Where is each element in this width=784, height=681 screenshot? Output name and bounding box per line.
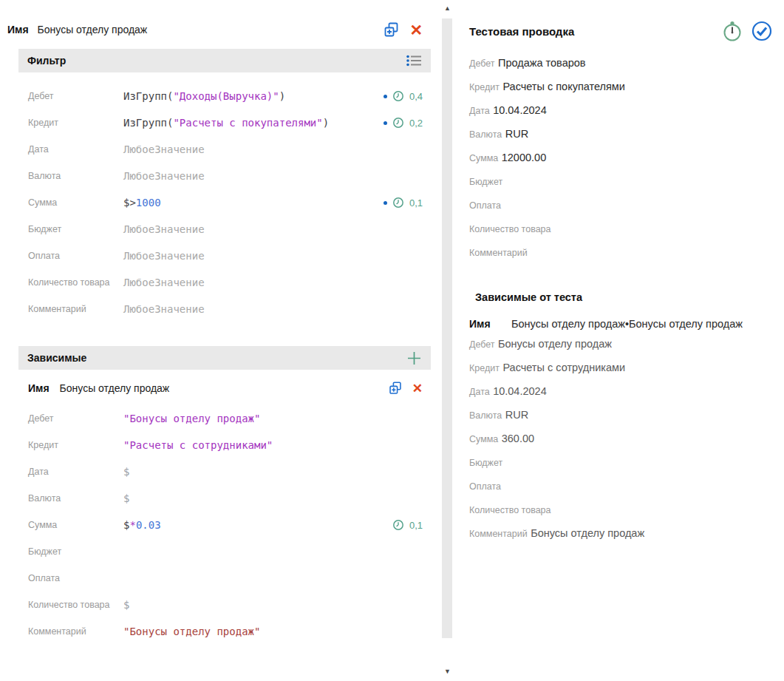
field-value[interactable]: "Бонусы отделу продаж" <box>123 413 423 424</box>
field-meta: 0,4 <box>384 90 423 102</box>
field-label: Сумма <box>469 434 498 444</box>
field-value[interactable]: ИзГрупп("Расчеты с покупателями") <box>123 117 384 129</box>
field-value: Расчеты с покупателями <box>502 81 625 92</box>
delete-x-icon[interactable]: ✕ <box>412 382 423 395</box>
field-value[interactable]: ЛюбоеЗначение <box>123 223 423 235</box>
field-value[interactable]: "Бонусы отделу продаж" <box>123 626 423 637</box>
copy-icon[interactable] <box>383 21 400 38</box>
copy-icon[interactable] <box>388 381 403 396</box>
field-row: Кредит Расчеты с покупателями <box>469 80 784 104</box>
field-value[interactable]: ИзГрупп("Доходы(Выручка)") <box>123 90 384 102</box>
field-value: 10.04.2024 <box>493 104 547 116</box>
field-value[interactable]: ЛюбоеЗначение <box>123 303 423 315</box>
field-row: Сумма 12000.00 <box>469 151 784 175</box>
field-value: Бонусы отделу продаж <box>498 338 612 350</box>
field-row: Кредит ИзГрупп("Расчеты с покупателями")… <box>28 109 423 136</box>
stopwatch-icon[interactable] <box>721 20 743 42</box>
field-value[interactable]: ЛюбоеЗначение <box>123 277 423 288</box>
field-row: Оплата <box>469 198 784 222</box>
field-value[interactable]: "Расчеты с сотрудниками" <box>123 439 423 451</box>
dependents-section-title: Зависимые <box>27 352 406 364</box>
field-row: Кредит Расчеты с сотрудниками <box>469 361 784 384</box>
delete-x-icon[interactable]: ✕ <box>409 22 423 38</box>
field-label: Дата <box>469 106 490 116</box>
field-value[interactable]: $ <box>123 466 423 478</box>
field-value[interactable]: $>1000 <box>123 197 384 209</box>
timer-value: 0,1 <box>409 520 423 531</box>
field-label: Валюта <box>469 129 502 140</box>
field-value[interactable]: $ <box>123 599 423 611</box>
field-label: Бюджет <box>469 177 502 187</box>
dependent-name-value[interactable]: Бонусы отделу продаж <box>60 382 388 394</box>
field-row: Количество товара <box>469 222 784 245</box>
field-row: Бюджет ЛюбоеЗначение <box>28 216 423 243</box>
field-row: Валюта RUR <box>469 408 784 432</box>
field-value: 10.04.2024 <box>493 385 547 397</box>
field-row: Дата 10.04.2024 <box>469 384 784 408</box>
dependent-result-rows: Дебет Бонусы отделу продаж Кредит Расчет… <box>469 337 784 550</box>
field-label: Дебет <box>28 413 123 424</box>
field-value: 360.00 <box>502 433 534 444</box>
test-entry-rows: Дебет Продажа товаров Кредит Расчеты с п… <box>469 56 784 269</box>
clock-icon <box>392 117 404 129</box>
field-label: Количество товара <box>469 505 551 515</box>
check-circle-icon[interactable] <box>751 21 772 41</box>
field-label: Кредит <box>469 363 500 373</box>
field-value[interactable]: ЛюбоеЗначение <box>123 143 423 155</box>
field-label: Оплата <box>469 481 501 492</box>
field-row: Дебет Бонусы отделу продаж <box>469 337 784 361</box>
scroll-down-icon[interactable]: ▼ <box>441 668 454 675</box>
scrollbar-thumb[interactable] <box>442 18 452 638</box>
dependent-rows: Дебет "Бонусы отделу продаж" Кредит "Рас… <box>28 405 423 645</box>
field-meta: 0,1 <box>384 197 423 209</box>
field-label: Комментарий <box>469 529 528 539</box>
clock-icon <box>392 197 404 209</box>
test-name-row: Имя Бонусы отделу продаж ✕ <box>7 19 423 40</box>
field-label: Дебет <box>28 91 123 101</box>
field-value[interactable]: $*0.03 <box>123 519 392 531</box>
field-label: Комментарий <box>28 304 123 314</box>
field-row: Комментарий Бонусы отделу продаж <box>469 526 784 550</box>
field-row: Валюта $ <box>28 485 423 512</box>
filter-rows: Дебет ИзГрупп("Доходы(Выручка)") 0,4 Кре… <box>28 83 423 322</box>
field-label: Дебет <box>469 58 495 69</box>
field-value: Расчеты с сотрудниками <box>502 362 625 373</box>
field-row: Количество товара ЛюбоеЗначение <box>28 269 423 296</box>
name-label: Имя <box>7 24 29 35</box>
field-label: Кредит <box>28 118 123 128</box>
test-name-value[interactable]: Бонусы отделу продаж <box>38 24 384 35</box>
field-value[interactable]: ЛюбоеЗначение <box>123 170 423 182</box>
field-row: Кредит "Расчеты с сотрудниками" <box>28 432 423 458</box>
field-row: Сумма 360.00 <box>469 432 784 455</box>
field-label: Комментарий <box>469 248 528 258</box>
field-label: Комментарий <box>28 626 123 637</box>
field-row: Дата $ <box>28 458 423 485</box>
filter-section-bar: Фильтр <box>18 49 431 72</box>
field-value[interactable]: ЛюбоеЗначение <box>123 250 423 262</box>
modified-dot <box>384 201 387 205</box>
field-row: Дебет "Бонусы отделу продаж" <box>28 405 423 432</box>
field-value[interactable]: $ <box>123 492 423 504</box>
field-label: Дата <box>28 467 123 477</box>
field-label: Валюта <box>469 410 502 421</box>
field-label: Сумма <box>28 197 123 208</box>
field-label: Бюджет <box>28 546 123 557</box>
plus-icon[interactable] <box>406 350 422 366</box>
list-icon[interactable] <box>406 54 422 67</box>
field-label: Количество товара <box>28 277 123 288</box>
scroll-up-icon[interactable]: ▲ <box>441 4 454 12</box>
field-row: Комментарий <box>469 245 784 269</box>
timer-value: 0,4 <box>409 91 423 102</box>
field-value: RUR <box>505 128 528 140</box>
field-row: Оплата <box>28 565 423 592</box>
field-row: Количество товара <box>469 503 784 526</box>
field-value: 12000.00 <box>502 152 546 163</box>
field-row: Бюджет <box>28 538 423 565</box>
field-label: Оплата <box>469 200 501 211</box>
field-label: Сумма <box>28 520 123 530</box>
test-result-panel: Тестовая проводка Дебет Прода <box>469 0 784 681</box>
vertical-scrollbar[interactable]: ▲ ▼ <box>441 0 454 681</box>
field-label: Сумма <box>469 153 498 163</box>
field-row: Оплата <box>469 479 784 503</box>
field-row: Комментарий "Бонусы отделу продаж" <box>28 618 423 645</box>
